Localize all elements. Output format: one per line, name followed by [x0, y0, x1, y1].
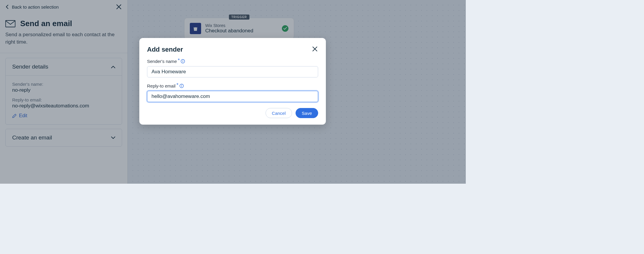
cancel-label: Cancel [272, 111, 286, 116]
svg-point-5 [181, 85, 182, 85]
sender-name-input[interactable] [147, 66, 318, 77]
close-icon [312, 46, 318, 52]
sender-name-field-label: Sender's name [147, 59, 177, 64]
reply-email-input[interactable] [147, 91, 318, 102]
required-indicator: * [176, 82, 179, 88]
save-button[interactable]: Save [296, 108, 318, 118]
svg-rect-6 [181, 85, 181, 87]
modal-title: Add sender [147, 46, 183, 53]
required-indicator: * [178, 58, 180, 63]
reply-email-field-label: Reply-to email [147, 83, 176, 88]
add-sender-modal: Add sender Sender's name * Reply-to emai… [139, 38, 326, 125]
svg-point-2 [183, 60, 183, 61]
svg-rect-3 [183, 61, 183, 62]
info-icon[interactable] [181, 59, 185, 64]
save-label: Save [302, 111, 312, 116]
cancel-button[interactable]: Cancel [266, 108, 292, 118]
modal-close-button[interactable] [312, 46, 318, 52]
info-icon[interactable] [179, 84, 184, 88]
